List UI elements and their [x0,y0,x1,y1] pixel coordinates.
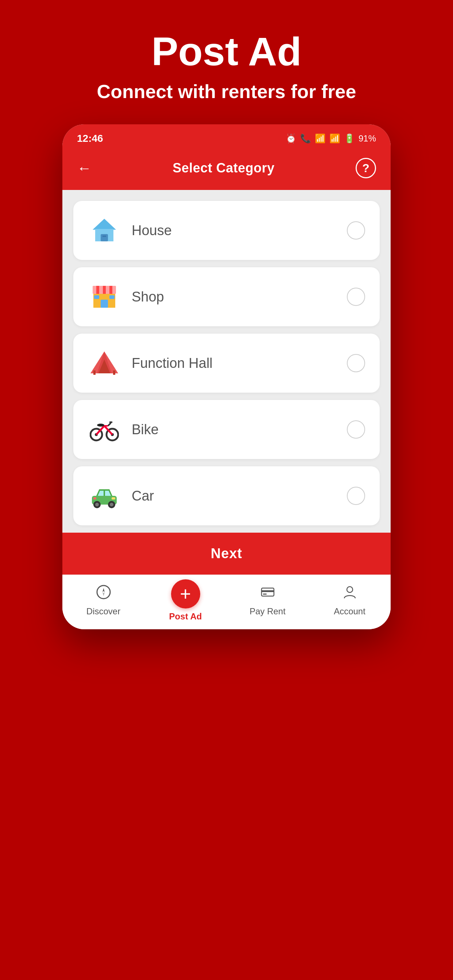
svg-line-26 [108,423,111,426]
plus-icon: + [180,584,191,603]
signal-icon: 📶 [329,134,340,144]
house-icon [88,214,121,247]
next-button[interactable]: Next [62,533,391,574]
radio-shop[interactable] [347,288,365,306]
radio-car[interactable] [347,487,365,505]
svg-rect-5 [93,286,96,294]
status-time: 12:46 [77,133,103,145]
category-card-car[interactable]: Car [73,466,380,525]
nav-label-pay-rent: Pay Rent [249,606,286,617]
svg-point-30 [95,503,99,506]
alarm-icon: ⏰ [286,134,297,144]
help-button[interactable]: ? [356,158,376,178]
promo-subtitle: Connect with renters for free [97,81,356,102]
svg-rect-11 [94,295,99,299]
post-ad-button[interactable]: + [171,579,200,608]
nav-item-discover[interactable]: Discover [62,584,144,617]
nav-item-pay-rent[interactable]: Pay Rent [226,584,309,617]
svg-rect-8 [112,286,116,294]
svg-rect-12 [109,295,115,299]
nav-item-post-ad[interactable]: + Post Ad [144,579,226,622]
compass-icon [96,584,111,603]
svg-marker-0 [93,219,116,230]
category-label-bike: Bike [132,422,159,438]
bike-icon [88,413,121,446]
page-title: Select Category [172,161,274,176]
next-label: Next [211,546,242,561]
category-label-car: Car [132,488,154,504]
svg-point-32 [110,503,113,506]
bottom-nav: Discover + Post Ad Pay Rent [62,574,391,629]
svg-point-35 [97,585,110,599]
back-button[interactable]: ← [77,160,91,177]
svg-rect-16 [93,371,96,375]
category-card-shop[interactable]: Shop [73,267,380,326]
function-hall-icon [88,347,121,380]
svg-rect-17 [113,371,115,375]
category-card-bike[interactable]: Bike [73,400,380,459]
shop-icon [88,280,121,313]
phone-mockup: 12:46 ⏰ 📞 📶 📶 🔋 91% ← Select Category ? [62,124,391,629]
battery-text: 91% [359,134,376,144]
svg-rect-40 [263,593,266,595]
radio-house[interactable] [347,221,365,240]
help-icon: ? [362,162,370,175]
svg-line-23 [104,426,112,434]
svg-rect-33 [112,497,115,500]
status-icons: ⏰ 📞 📶 📶 🔋 91% [286,134,376,144]
card-icon [260,584,275,603]
wifi-icon: 📶 [315,134,326,144]
category-card-function-hall[interactable]: Function Hall [73,334,380,393]
promo-section: Post Ad Connect with renters for free [0,0,453,124]
back-arrow-icon: ← [77,160,91,177]
svg-rect-39 [262,590,274,592]
nav-label-discover: Discover [86,606,120,617]
category-label-function-hall: Function Hall [132,355,213,371]
svg-point-25 [97,424,104,426]
svg-rect-34 [93,497,96,500]
category-card-house[interactable]: House [73,201,380,260]
person-icon [342,584,357,603]
svg-rect-2 [100,234,108,241]
nav-item-account[interactable]: Account [309,584,391,617]
svg-point-41 [347,587,353,592]
svg-marker-36 [102,588,105,592]
category-label-shop: Shop [132,289,164,305]
nav-label-account: Account [334,606,365,617]
main-content: House [62,190,391,574]
promo-title: Post Ad [152,29,301,73]
car-icon [88,479,121,512]
status-bar: 12:46 ⏰ 📞 📶 📶 🔋 91% [62,124,391,150]
call-icon: 📞 [300,134,311,144]
svg-rect-3 [102,235,106,237]
svg-line-22 [96,426,104,434]
svg-rect-6 [99,286,103,294]
nav-label-post-ad: Post Ad [169,611,202,622]
category-label-house: House [132,223,172,239]
app-header: ← Select Category ? [62,150,391,190]
radio-bike[interactable] [347,420,365,439]
radio-function-hall[interactable] [347,354,365,372]
battery-icon: 🔋 [344,134,355,144]
svg-rect-7 [106,286,109,294]
svg-marker-37 [102,592,105,596]
svg-rect-10 [100,300,108,308]
